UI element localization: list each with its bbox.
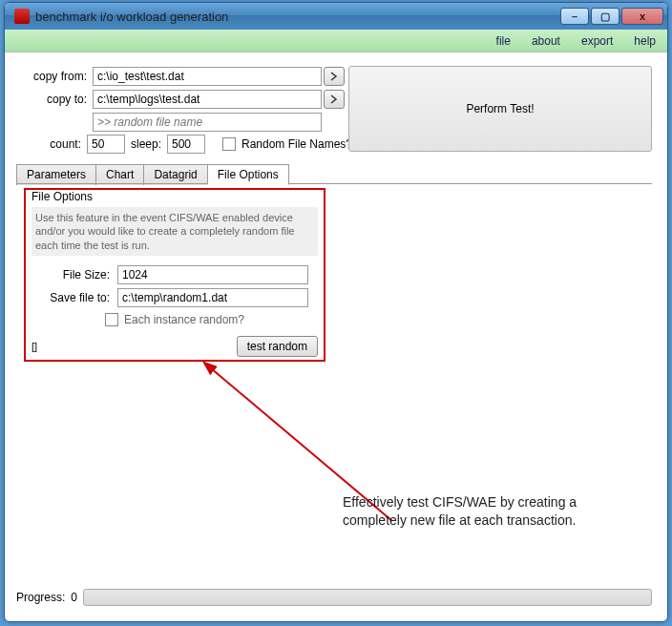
each-instance-label: Each instance random?	[124, 313, 244, 326]
progress-bar	[83, 589, 652, 606]
copy-to-dropdown[interactable]	[324, 90, 345, 109]
tab-file-options[interactable]: File Options	[207, 164, 289, 185]
save-file-label: Save file to:	[32, 291, 114, 304]
copy-to-input[interactable]	[93, 90, 322, 109]
perform-test-label: Perform Test!	[466, 102, 534, 115]
tab-chart[interactable]: Chart	[95, 164, 144, 185]
test-random-label: test random	[247, 340, 307, 353]
client-area: copy from: copy to: count: sleep: Random…	[10, 58, 662, 614]
file-options-title: File Options	[32, 190, 318, 203]
titlebar[interactable]: benchmark i/o workload generation – ▢ x	[5, 3, 667, 30]
close-button[interactable]: x	[621, 8, 663, 25]
window-title: benchmark i/o workload generation	[35, 10, 560, 24]
sleep-label: sleep:	[131, 137, 161, 151]
each-instance-checkbox[interactable]	[105, 313, 118, 326]
window-buttons: – ▢ x	[560, 8, 663, 25]
progress-row: Progress: 0	[16, 589, 652, 606]
tabstrip: Parameters Chart Datagrid File Options	[16, 163, 288, 184]
menu-about[interactable]: about	[532, 34, 560, 48]
random-filenames-checkbox[interactable]	[222, 137, 236, 151]
maximize-button[interactable]: ▢	[591, 8, 620, 25]
app-window: benchmark i/o workload generation – ▢ x …	[4, 2, 668, 622]
copy-from-dropdown[interactable]	[324, 67, 345, 86]
file-size-input[interactable]	[117, 265, 308, 284]
tab-border	[16, 183, 652, 184]
count-sleep-row: count: sleep: Random File Names?	[16, 135, 352, 154]
each-instance-row: Each instance random?	[32, 313, 318, 326]
file-options-description: Use this feature in the event CIFS/WAE e…	[32, 207, 318, 256]
tab-parameters[interactable]: Parameters	[16, 164, 96, 185]
count-label: count:	[16, 137, 81, 151]
annotation-text: Effectively test CIFS/WAE by creating a …	[343, 493, 600, 530]
chevron-right-icon	[329, 72, 339, 81]
chevron-right-icon	[329, 94, 339, 104]
minimize-button[interactable]: –	[560, 8, 589, 25]
test-random-button[interactable]: test random	[237, 336, 318, 357]
copy-from-label: copy from:	[16, 70, 91, 83]
menu-help[interactable]: help	[634, 34, 656, 48]
copy-to-label: copy to:	[16, 93, 91, 106]
file-options-buttonrow: [] test random	[32, 336, 318, 357]
file-size-label: File Size:	[32, 268, 114, 282]
count-input[interactable]	[87, 135, 125, 154]
menubar: file about export help	[5, 30, 667, 52]
progress-label: Progress:	[16, 591, 65, 604]
menu-export[interactable]: export	[581, 34, 613, 48]
sleep-input[interactable]	[167, 135, 205, 154]
top-form: copy from: copy to:	[16, 66, 346, 133]
tab-datagrid[interactable]: Datagrid	[143, 164, 207, 185]
perform-test-button[interactable]: Perform Test!	[348, 66, 652, 152]
save-file-input[interactable]	[117, 288, 308, 307]
progress-value: 0	[71, 591, 77, 604]
file-options-grid: File Size: Save file to:	[32, 265, 318, 307]
app-icon	[14, 9, 30, 24]
random-filename-input[interactable]	[93, 113, 322, 132]
menu-file[interactable]: file	[496, 34, 511, 48]
file-options-group: File Options Use this feature in the eve…	[24, 188, 326, 362]
copy-from-input[interactable]	[93, 67, 322, 86]
random-filenames-label: Random File Names?	[242, 137, 352, 151]
file-options-status: []	[32, 341, 37, 352]
